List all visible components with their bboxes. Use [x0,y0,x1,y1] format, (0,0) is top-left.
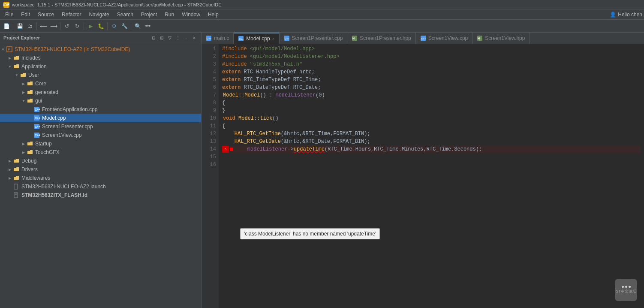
sidebar-collapse-icon[interactable]: ⊟ [150,34,157,41]
tab-screen1view-cpp[interactable]: C++Screen1View.cpp [416,33,473,44]
tree-item-gui[interactable]: ▼gui [0,97,201,105]
tree-toggle-modelcpp[interactable] [27,115,33,121]
token-normal [235,145,247,153]
sidebar-filter-icon[interactable]: ▽ [166,34,173,41]
sidebar-menu-icon[interactable]: ⋮ [175,34,181,41]
tree-label-user: User [28,72,39,78]
menu-edit[interactable]: Edit [18,11,33,18]
tree-item-touchgfx[interactable]: ▶TouchGFX [0,148,201,157]
token-pp: #include [222,45,247,53]
chat-dot-1 [622,286,624,288]
tree-icon-modelcpp: C++ [33,115,40,121]
svg-text:C++: C++ [35,134,40,137]
code-line-10: } [222,107,641,115]
tree-toggle-ldscript[interactable] [7,192,13,198]
menu-window[interactable]: Window [178,11,204,18]
tree-item-drivers[interactable]: ▶Drivers [0,165,201,174]
tree-item-screen1presenter[interactable]: C++Screen1Presenter.cpp [0,122,201,131]
tree-toggle-middlewares[interactable]: ▶ [7,175,13,181]
tree-item-application[interactable]: ▼Application [0,62,201,71]
tab-icon-main-c: C++ [206,35,212,41]
tree-item-screen1view[interactable]: C++Screen1View.cpp [0,131,201,139]
toolbar-back[interactable]: ⟵ [39,21,48,31]
toolbar-new[interactable]: 📄 [2,21,11,31]
tree-toggle-debug[interactable]: ▶ [7,158,13,164]
tab-icon-screen1view-cpp: C++ [420,35,426,41]
tree-icon-ldscript [13,192,20,199]
tree-icon-screen1view: C++ [33,132,40,139]
toolbar-sep-2 [36,22,37,30]
token-normal: () [272,115,278,122]
toolbar-run[interactable]: ▶ [86,21,95,31]
sidebar-close-icon[interactable]: × [191,34,198,41]
toolbar-search[interactable]: 🔍 [133,21,142,31]
tree-toggle-application[interactable]: ▼ [7,63,13,69]
menu-project[interactable]: Project [138,11,160,18]
sidebar-expand-icon[interactable]: ⊞ [158,34,165,41]
code-line-6: extern RTC_DateTypeDef RTC_Date; [222,84,641,91]
tab-screen1presenter-hpp[interactable]: HScreen1Presenter.hpp [347,33,415,44]
tree-item-frontend[interactable]: C++FrontendApplication.cpp [0,105,201,114]
tree-item-ldscript[interactable]: STM32H563ZITX_FLASH.ld [0,191,201,199]
tree-toggle-generated[interactable]: ▶ [21,89,27,95]
tab-screen1presenter-cpp[interactable]: C++Screen1Presenter.cpp [280,33,348,44]
menu-help[interactable]: Help [205,11,222,18]
svg-text:P: P [8,48,10,51]
tree-toggle-frontend[interactable] [27,106,33,112]
toolbar-save-all[interactable]: 🗂 [25,21,35,31]
tab-icon-screen1view-hpp: H [477,35,483,41]
chat-widget[interactable]: ST中文论坛 [615,279,637,301]
token-fn: HAL_RTC_GetDate [235,138,281,145]
tab-icon-model-cpp: C++ [238,36,244,42]
tree-item-generated[interactable]: ▶generated [0,88,201,97]
tree-item-startup[interactable]: ▶Startup [0,139,201,148]
token-type: RTC_HandleTypeDef [244,68,296,76]
tree-toggle-includes[interactable]: ▶ [7,55,13,61]
tree-toggle-root[interactable]: ▼ [0,46,6,52]
tree-item-modelcpp[interactable]: C++Model.cpp [0,114,201,122]
tree-item-includes[interactable]: ▶Includes [0,54,201,62]
line-number-1: 1 [202,45,216,53]
tree-item-debug[interactable]: ▶Debug [0,157,201,165]
tree-toggle-core[interactable]: ▶ [21,81,27,87]
toolbar-forward[interactable]: ⟶ [49,21,58,31]
ide-icon: IDE [3,2,9,8]
tree-item-root[interactable]: ▼PSTM32H563ZI-NUCLEO-AZ2 (in STM32CubeID… [0,45,201,54]
toolbar-redo[interactable]: ↻ [72,21,82,31]
tree-toggle-startup[interactable]: ▶ [21,141,27,147]
tree-item-user[interactable]: ▼User [0,71,201,79]
menu-navigate[interactable]: Navigate [85,11,112,18]
menu-run[interactable]: Run [161,11,178,18]
tree-item-launch[interactable]: STM32H563ZI-NUCLEO-AZ2.launch [0,182,201,191]
tree-toggle-drivers[interactable]: ▶ [7,166,13,172]
menu-refactor[interactable]: Refactor [58,11,84,18]
tree-toggle-screen1view[interactable] [27,132,33,138]
tab-close-model-cpp[interactable]: × [272,36,275,41]
toolbar-more[interactable]: ••• [143,21,153,31]
sidebar-header: Project Explorer ⊟ ⊞ ▽ ⋮ − × [0,33,201,43]
tab-label-screen1view-cpp: Screen1View.cpp [428,35,468,41]
token-normal: () : [260,91,275,99]
menu-search[interactable]: Search [114,11,137,18]
tree-toggle-screen1presenter[interactable] [27,124,33,130]
tree-toggle-user[interactable]: ▼ [14,72,20,78]
toolbar-undo[interactable]: ↺ [62,21,72,31]
menu-source[interactable]: Source [34,11,57,18]
tree-toggle-gui[interactable]: ▼ [21,98,27,104]
toolbar-debug[interactable]: 🐛 [96,21,105,31]
tree-item-core[interactable]: ▶Core [0,79,201,88]
toolbar-clean[interactable]: 🔧 [120,21,129,31]
menu-file[interactable]: File [2,11,17,18]
tree-toggle-launch[interactable] [7,184,13,190]
tab-screen1view-hpp[interactable]: HScreen1View.hpp [472,33,530,44]
tab-main-c[interactable]: C++main.c [202,33,234,44]
tab-model-cpp[interactable]: C++Model.cpp× [234,33,279,44]
sidebar-minimize-icon[interactable]: − [183,34,190,41]
toolbar-build[interactable]: ⚙ [109,21,119,31]
code-content[interactable]: #include <gui/model/Model.hpp>#include <… [219,44,644,308]
token-normal [247,53,250,60]
tree-toggle-touchgfx[interactable]: ▶ [21,149,27,155]
tree-item-middlewares[interactable]: ▶Middlewares [0,174,201,182]
toolbar-save[interactable]: 💾 [15,21,24,31]
token-normal: hrtc; [296,68,315,76]
